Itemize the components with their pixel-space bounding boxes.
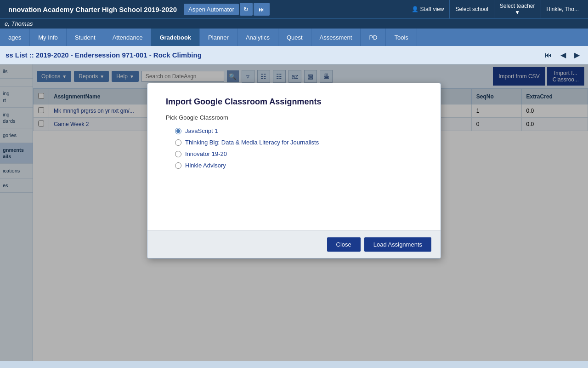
breadcrumb: ss List :: 2019-2020 - Endersession 971-… [6, 51, 202, 59]
select-teacher-label: Select teacher [500, 3, 535, 9]
tab-planner[interactable]: Planner [200, 29, 237, 46]
list-item: Hinkle Advisory [175, 162, 422, 169]
chevron-down-icon: ▼ [514, 9, 520, 16]
select-teacher-btn[interactable]: Select teacher ▼ [494, 0, 541, 18]
list-item: JavaScript 1 [175, 127, 422, 134]
modal-body: Import Google Classroom Assignments Pick… [147, 83, 441, 230]
select-school-label: Select school [455, 6, 488, 12]
tab-ages[interactable]: ages [0, 29, 30, 46]
classroom-list: JavaScript 1 Thinking Big: Data & Media … [175, 127, 422, 169]
classroom-label-js1[interactable]: JavaScript 1 [185, 127, 218, 134]
classroom-radio-js1[interactable] [175, 128, 181, 134]
list-item: Thinking Big: Data & Media Literacy for … [175, 139, 422, 146]
select-school-btn[interactable]: Select school [449, 0, 493, 18]
school-title: nnovation Academy Charter High School 20… [4, 6, 181, 13]
classroom-label-inn[interactable]: Innovator 19-20 [185, 150, 227, 157]
header: nnovation Academy Charter High School 20… [0, 0, 588, 29]
modal-subtitle: Pick Google Classroom [166, 114, 422, 121]
breadcrumb-bar: ss List :: 2019-2020 - Endersession 971-… [0, 46, 588, 64]
import-classroom-modal: Import Google Classroom Assignments Pick… [147, 83, 441, 259]
next-page-btn[interactable]: ▶ [571, 50, 582, 60]
nav-tabs: ages My Info Student Attendance Gradeboo… [0, 29, 588, 46]
tab-analytics[interactable]: Analytics [237, 29, 278, 46]
refresh-btn[interactable]: ↻ [240, 3, 253, 16]
first-page-btn[interactable]: ⏮ [542, 50, 555, 60]
modal-load-assignments-btn[interactable]: Load Assignments [364, 237, 431, 252]
staff-view-label: Staff view [420, 6, 444, 12]
tab-student[interactable]: Student [67, 29, 104, 46]
tab-assessment[interactable]: Assessment [311, 29, 361, 46]
list-item: Innovator 19-20 [175, 150, 422, 157]
tab-quest[interactable]: Quest [278, 29, 311, 46]
tab-pd[interactable]: PD [361, 29, 386, 46]
classroom-radio-ha[interactable] [175, 162, 181, 169]
user-subname: e, Thomas [5, 20, 33, 27]
classroom-label-tb[interactable]: Thinking Big: Data & Media Literacy for … [185, 139, 319, 146]
modal-footer: Close Load Assignments [147, 230, 441, 258]
tab-tools[interactable]: Tools [386, 29, 417, 46]
tab-attendance[interactable]: Attendance [104, 29, 152, 46]
classroom-label-ha[interactable]: Hinkle Advisory [185, 162, 226, 169]
user-name-display: Hinkle, Tho... [541, 0, 584, 18]
aspen-automator-btn[interactable]: Aspen Automator [184, 4, 239, 15]
prev-page-btn[interactable]: ◀ [558, 50, 569, 60]
tab-gradebook[interactable]: Gradebook [151, 29, 200, 46]
person-icon: 👤 [412, 6, 418, 12]
modal-overlay: Import Google Classroom Assignments Pick… [0, 64, 588, 361]
breadcrumb-navigation: ⏮ ◀ ▶ [542, 50, 582, 60]
modal-close-btn[interactable]: Close [327, 237, 361, 252]
fast-forward-btn[interactable]: ⏭ [254, 3, 270, 16]
staff-view-btn[interactable]: 👤 Staff view [406, 0, 450, 18]
user-name-text: Hinkle, Tho... [547, 6, 579, 12]
modal-title: Import Google Classroom Assignments [166, 97, 422, 107]
tab-myinfo[interactable]: My Info [30, 29, 67, 46]
classroom-radio-inn[interactable] [175, 151, 181, 157]
classroom-radio-tb[interactable] [175, 139, 181, 146]
main-area: ils ingrt ingdards gories gnmentsails ic… [0, 64, 588, 361]
